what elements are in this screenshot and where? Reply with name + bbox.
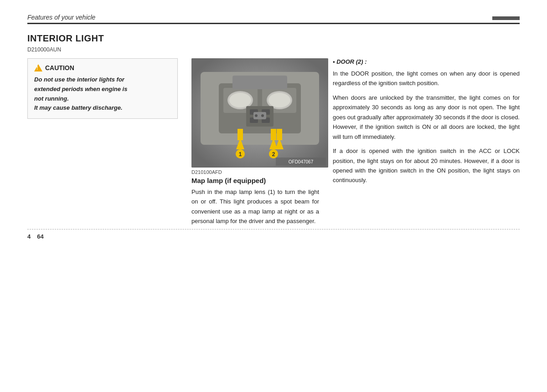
svg-point-15 <box>255 114 258 117</box>
image-code: D210100AFD <box>191 169 319 175</box>
door-para-2: When doors are unlocked by the transmitt… <box>333 93 520 142</box>
door-para-1: In the DOOR position, the light comes on… <box>333 69 520 88</box>
page-header: Features of your vehicle <box>27 14 520 24</box>
svg-text:OFD047067: OFD047067 <box>289 159 314 164</box>
map-lamp-title: Map lamp (if equipped) <box>191 177 319 184</box>
svg-rect-27 <box>277 129 282 140</box>
svg-text:1: 1 <box>239 151 242 158</box>
svg-rect-23 <box>271 129 276 140</box>
svg-text:2: 2 <box>272 151 275 158</box>
section-heading: INTERIOR LIGHT <box>27 33 520 44</box>
section-code: D210000AUN <box>27 46 520 53</box>
car-interior-image: 1 2 OFD047067 <box>191 58 328 168</box>
caution-icon <box>34 64 42 71</box>
svg-point-5 <box>229 93 251 107</box>
main-content: CAUTION Do not use the interior lights f… <box>27 58 520 226</box>
svg-point-8 <box>268 93 290 107</box>
header-bar-decoration <box>492 16 520 20</box>
page-number: 464 <box>27 233 44 240</box>
page-footer: 464 <box>27 229 520 240</box>
right-column: • DOOR (2) : In the DOOR position, the l… <box>328 58 520 190</box>
caution-box: CAUTION Do not use the interior lights f… <box>27 58 178 119</box>
caution-label: CAUTION <box>45 64 74 71</box>
door-para-3: If a door is opened with the ignition sw… <box>333 146 520 185</box>
map-lamp-text: Push in the map lamp lens (1) to turn th… <box>191 187 319 226</box>
svg-rect-19 <box>237 129 243 140</box>
center-column: 1 2 OFD047067 D210100AFD Ma <box>182 58 328 226</box>
left-column: CAUTION Do not use the interior lights f… <box>27 58 182 119</box>
svg-rect-17 <box>232 76 287 89</box>
svg-point-16 <box>261 114 264 117</box>
caution-text: Do not use the interior lights for exten… <box>34 75 171 113</box>
door-title: • DOOR (2) : <box>333 58 520 65</box>
caution-title: CAUTION <box>34 64 171 71</box>
header-title: Features of your vehicle <box>27 14 489 21</box>
